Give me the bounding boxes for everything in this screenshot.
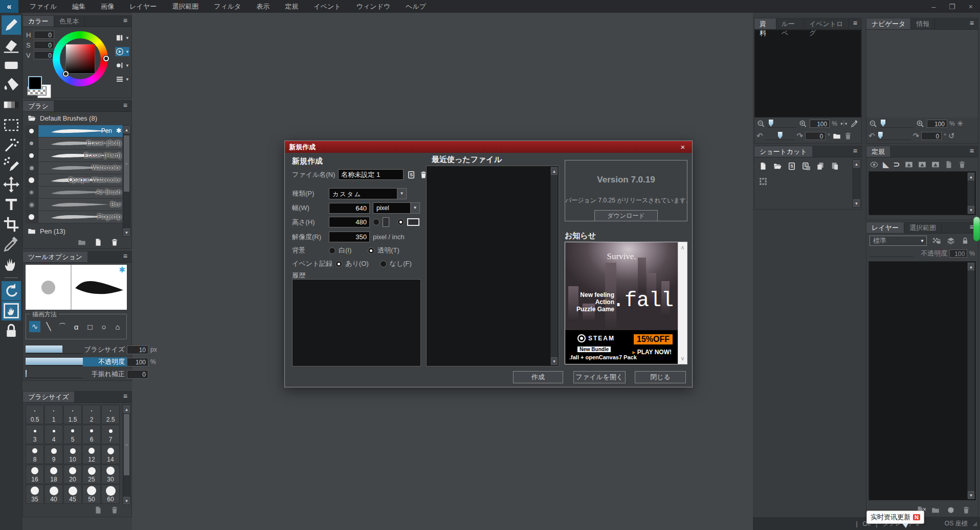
scroll-down-icon[interactable]: ∨ — [680, 355, 684, 362]
ad-banner[interactable]: Survive. New feelingActionPuzzle Game .f… — [565, 242, 678, 364]
brush-item[interactable]: Fingertip — [25, 211, 123, 223]
scroll-down-icon[interactable]: ▼ — [968, 491, 974, 499]
portrait-radio[interactable] — [373, 219, 380, 225]
menu-filter[interactable]: フィルタ — [214, 2, 241, 11]
brush-size-cell[interactable]: 2 — [82, 405, 101, 424]
file-name-input[interactable] — [338, 169, 404, 180]
height-input[interactable] — [329, 217, 370, 227]
opacity-field[interactable]: 100 — [127, 358, 148, 366]
sv-square[interactable] — [65, 44, 95, 74]
brush-size-cell[interactable]: 14 — [101, 445, 120, 464]
brush-size-cell[interactable]: 30 — [101, 465, 120, 484]
new-folder-icon[interactable] — [77, 238, 86, 247]
brush-folder-open[interactable]: Default Brushes (8) — [23, 112, 131, 124]
dropdown-icon[interactable]: ▼ — [410, 203, 419, 213]
rotate-ccw-icon[interactable]: ↶ — [868, 132, 875, 140]
minimize-button[interactable]: – — [931, 3, 936, 11]
navigator-view[interactable] — [866, 30, 978, 118]
scroll-down-icon[interactable]: ▼ — [968, 206, 974, 214]
delete-size-icon[interactable] — [110, 505, 119, 515]
layer-opacity-slider[interactable] — [870, 250, 914, 257]
crop-tool[interactable] — [2, 215, 21, 234]
brush-size-cell[interactable]: 45 — [63, 485, 82, 504]
resolution-input[interactable] — [329, 232, 370, 242]
brush-size-cell[interactable]: 9 — [44, 445, 63, 464]
nav-angle-slider[interactable] — [877, 132, 911, 140]
ref-zoom-field[interactable]: 100 — [810, 120, 830, 128]
color-mode-rect-button[interactable]: ▼ — [115, 33, 129, 42]
edge-indicator[interactable] — [973, 217, 980, 241]
panel-menu-icon[interactable]: ≡ — [119, 101, 131, 111]
pen-tool[interactable] — [2, 15, 21, 35]
stabilizer-field[interactable]: 0 — [127, 370, 148, 379]
template-save-icon[interactable]: S — [407, 170, 416, 179]
dialog-title-bar[interactable]: 新規作成 × — [285, 141, 692, 153]
color-mode-bar-button[interactable]: ▼ — [115, 61, 129, 70]
panel-menu-icon[interactable]: ≡ — [966, 146, 978, 157]
rotate-ccw-icon[interactable]: ↶ — [756, 132, 763, 140]
brush-size-cell[interactable]: 0.5 — [26, 405, 44, 424]
mirror-ruler-icon[interactable] — [904, 160, 914, 169]
method-arc-icon[interactable]: ⌒ — [57, 321, 68, 332]
close-dialog-button[interactable]: 閉じる — [635, 371, 686, 383]
news-ticker-bubble[interactable]: 实时资讯更新 N × — [866, 511, 924, 524]
news-scrollbar[interactable]: ∧ ∨ — [678, 242, 687, 364]
restore-button[interactable]: ❐ — [949, 3, 955, 11]
bg-transparent-radio[interactable] — [368, 247, 374, 254]
brush-item[interactable]: Eraser (Soft) — [25, 137, 123, 150]
method-freehand-icon[interactable]: ∿ — [29, 321, 40, 332]
brush-size-cell[interactable]: 8 — [26, 445, 44, 464]
scroll-up-icon[interactable]: ▲ — [968, 263, 974, 270]
brush-size-cell[interactable]: 20 — [63, 465, 82, 484]
tab-swatches[interactable]: 色見本 — [54, 16, 85, 27]
open-reference-icon[interactable] — [832, 131, 841, 141]
menu-selection[interactable]: 選択範囲 — [172, 2, 198, 11]
brush-settings-icon[interactable]: ✱ — [116, 127, 122, 134]
scroll-up-icon[interactable]: ▲ — [853, 160, 860, 168]
method-polygon-icon[interactable]: ⌂ — [112, 321, 123, 332]
tab-color[interactable]: カラー — [23, 16, 54, 27]
color-mode-lines-button[interactable]: ▼ — [115, 75, 129, 84]
scroll-down-icon[interactable]: ▼ — [853, 199, 860, 207]
panel-menu-icon[interactable]: ≡ — [119, 391, 131, 402]
scroll-up-icon[interactable]: ∧ — [680, 244, 684, 251]
eyedropper-tool[interactable] — [2, 235, 21, 254]
brush-size-cell[interactable]: 12 — [82, 445, 101, 464]
size-scrollbar[interactable]: ▲ = ▼ — [123, 405, 130, 505]
brush-size-cell[interactable]: 50 — [82, 485, 101, 504]
nav-angle-field[interactable]: 0 — [921, 132, 942, 140]
new-ruler-icon[interactable] — [944, 160, 953, 169]
flip-icon[interactable] — [839, 119, 849, 128]
width-input[interactable] — [329, 203, 370, 214]
zoom-out-icon[interactable] — [868, 119, 878, 128]
menu-image[interactable]: 画像 — [101, 2, 114, 11]
rotate-view-tool[interactable] — [2, 281, 21, 301]
zoom-in-icon[interactable] — [916, 119, 925, 128]
tab-selection[interactable]: 選択範囲 — [904, 222, 942, 233]
blend-mode-dropdown[interactable]: 標準 ▼ — [870, 236, 927, 246]
layer-mask-icon[interactable] — [946, 505, 955, 515]
layer-lock-icon[interactable] — [961, 236, 970, 245]
type-dropdown[interactable]: カスタム▼ — [329, 188, 407, 199]
select-pen-tool[interactable] — [2, 155, 21, 174]
method-ellipse-icon[interactable]: ○ — [98, 321, 109, 332]
fill-tool[interactable] — [2, 75, 21, 95]
close-button[interactable]: × — [969, 3, 973, 11]
layer-scrollbar[interactable]: ▲ ▼ — [967, 262, 975, 499]
menu-view[interactable]: 表示 — [256, 2, 270, 11]
rotate-cw-icon[interactable]: ↷ — [797, 132, 804, 140]
shortcut-select-icon[interactable] — [759, 177, 768, 186]
panel-menu-icon[interactable]: ≡ — [849, 18, 861, 29]
text-tool[interactable] — [2, 195, 21, 214]
brush-size-cell[interactable]: 35 — [26, 485, 44, 504]
shortcut-save-event-icon[interactable]: S — [801, 162, 811, 171]
zoom-out-icon[interactable] — [756, 119, 766, 128]
panel-menu-icon[interactable]: ≡ — [849, 146, 861, 157]
scroll-up-icon[interactable]: ▲ — [123, 126, 130, 133]
new-layer-folder-icon[interactable] — [931, 505, 940, 515]
dialog-close-icon[interactable]: × — [678, 143, 688, 151]
curve-ruler-icon[interactable]: ⊃ — [893, 159, 900, 169]
landscape-radio[interactable] — [397, 219, 404, 225]
download-button[interactable]: ダウンロード — [594, 210, 658, 221]
scroll-down-icon[interactable]: ▼ — [123, 497, 130, 504]
